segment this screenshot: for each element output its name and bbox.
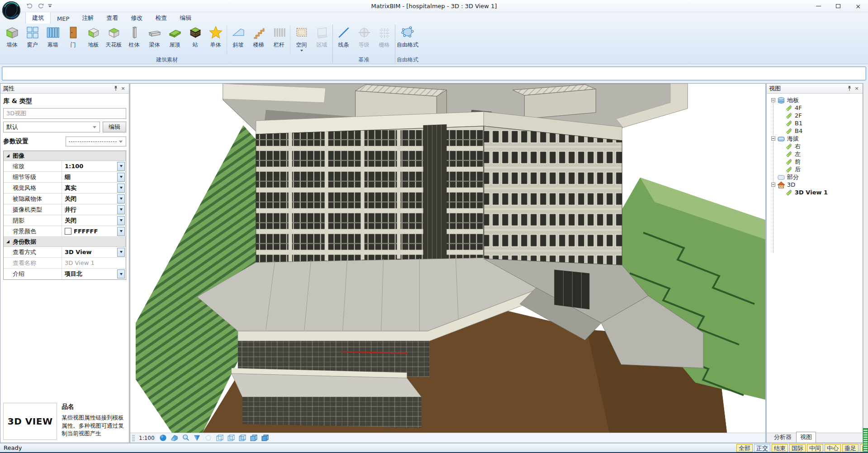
tree-leaf-front[interactable]: 前 — [767, 158, 863, 165]
property-group-image[interactable]: 图像 — [4, 151, 126, 161]
tab-annotation[interactable]: 注解 — [76, 12, 100, 24]
right-scrollbar-track[interactable] — [863, 83, 868, 443]
wire-cube-icon-1[interactable] — [215, 434, 224, 443]
close-icon[interactable]: × — [848, 0, 868, 12]
tree-expander[interactable] — [771, 183, 775, 187]
property-value[interactable]: 项目北 — [65, 270, 82, 278]
dropdown-button[interactable] — [117, 227, 125, 236]
ribbon-tool-roof[interactable]: 屋顶 — [165, 24, 185, 49]
tree-leaf-3d-view-1[interactable]: 3D View 1 — [767, 189, 863, 196]
close-panel-icon[interactable]: × — [853, 85, 860, 92]
snap-endpoint-button[interactable]: 结束 — [772, 444, 788, 452]
close-panel-icon[interactable]: × — [119, 85, 127, 92]
param-settings-selector[interactable] — [66, 137, 126, 146]
tree-leaf-2f[interactable]: 2F — [767, 112, 863, 119]
tab-architecture[interactable]: 建筑 — [25, 12, 51, 24]
scene-3d[interactable] — [130, 84, 765, 433]
dropdown-button[interactable] — [117, 216, 125, 225]
tab-mep[interactable]: MEP — [51, 14, 76, 24]
shaded-box-icon[interactable] — [170, 434, 179, 443]
ribbon-tool-floor[interactable]: 地板 — [83, 24, 104, 49]
tab-check[interactable]: 检查 — [149, 12, 173, 24]
snap-intersection-button[interactable]: 国际 — [789, 444, 806, 452]
render-sphere-icon[interactable] — [159, 434, 168, 443]
maximize-icon[interactable] — [828, 0, 848, 12]
property-value[interactable]: 3D View — [65, 249, 91, 255]
property-group-identity[interactable]: 身份数据 — [4, 237, 126, 247]
view-cone-icon[interactable] — [193, 434, 202, 443]
property-value[interactable]: 井行 — [65, 206, 76, 214]
ribbon-tool-railing[interactable]: 栏杆 — [269, 24, 289, 49]
tree-node-3d[interactable]: 3D — [767, 181, 863, 189]
tree-expander[interactable] — [771, 137, 775, 141]
color-swatch[interactable] — [65, 228, 71, 235]
pin-icon[interactable] — [846, 85, 853, 92]
dropdown-button[interactable] — [117, 269, 125, 278]
zoom-glass-icon[interactable] — [181, 434, 190, 443]
undo-icon[interactable] — [26, 3, 33, 9]
instance-selector[interactable]: 默认 — [3, 122, 100, 132]
property-value[interactable]: 关闭 — [65, 195, 76, 203]
dropdown-button[interactable] — [117, 184, 125, 193]
dropdown-button[interactable] — [117, 248, 125, 257]
wire-cube-icon-2[interactable] — [227, 434, 236, 443]
tab-view[interactable]: 查看 — [100, 12, 124, 24]
ribbon-tool-window[interactable]: 窗户 — [22, 24, 43, 49]
snap-ortho-button[interactable]: 正交 — [754, 444, 770, 452]
space-dropdown-caret-icon[interactable] — [300, 50, 303, 52]
ribbon-tool-ceiling[interactable]: 天花板 — [104, 24, 124, 49]
edit-type-button[interactable]: 编辑 — [103, 122, 126, 132]
view-scale-label[interactable]: 1:100 — [139, 435, 155, 441]
wire-cube-icon-3[interactable] — [238, 434, 247, 443]
property-value[interactable]: 1:100 — [65, 163, 83, 170]
toolbar-grip-icon[interactable] — [132, 434, 135, 442]
viewport-3d[interactable]: 1:100 — [130, 83, 766, 443]
ribbon-tool-curtain-wall[interactable]: 幕墙 — [43, 24, 63, 49]
ribbon-tool-space[interactable]: 空间 — [291, 24, 312, 52]
type-selector[interactable]: 3D视图 — [3, 108, 126, 119]
shaded-cube-icon-1[interactable] — [249, 434, 258, 443]
ribbon-tool-stair[interactable]: 楼梯 — [248, 24, 269, 49]
tree-expander[interactable] — [771, 98, 775, 102]
dropdown-button[interactable] — [117, 194, 125, 203]
property-value[interactable]: 真实 — [65, 184, 76, 192]
tab-modify[interactable]: 修改 — [124, 12, 149, 24]
property-value[interactable]: FFFFFF — [74, 228, 98, 235]
minimize-icon[interactable] — [808, 0, 828, 12]
ribbon-tool-ramp[interactable]: 斜坡 — [228, 24, 248, 49]
tab-edit[interactable]: 编辑 — [173, 12, 198, 24]
tree-leaf-4f[interactable]: 4F — [767, 104, 863, 112]
dropdown-button[interactable] — [117, 205, 125, 214]
dropdown-button[interactable] — [117, 162, 125, 171]
crystal-icon[interactable] — [204, 434, 213, 443]
app-logo-icon[interactable] — [2, 1, 21, 20]
property-value[interactable]: 关闭 — [65, 217, 76, 225]
ribbon-tool-door[interactable]: 门 — [63, 24, 83, 49]
pin-icon[interactable] — [112, 85, 119, 92]
tree-node-floors[interactable]: 地板 — [767, 96, 863, 104]
options-bar[interactable] — [2, 66, 866, 80]
tab-views[interactable]: 视图 — [796, 432, 816, 443]
tree-leaf-b4[interactable]: B4 — [767, 127, 863, 135]
tree-node-sections[interactable]: 部分 — [767, 173, 863, 181]
customize-caret-icon[interactable] — [48, 4, 52, 8]
snap-perpendicular-button[interactable]: 垂足 — [842, 444, 859, 452]
ribbon-tool-wall[interactable]: 墙体 — [2, 24, 22, 49]
ribbon-tool-column[interactable]: 柱体 — [124, 24, 144, 49]
ribbon-tool-unit[interactable]: 单体 — [205, 24, 226, 49]
snap-all-button[interactable]: 全部 — [736, 444, 753, 452]
tree-node-elevations[interactable]: 海拔 — [767, 135, 863, 142]
tree-leaf-right[interactable]: 右 — [767, 142, 863, 150]
dropdown-button[interactable] — [117, 173, 125, 182]
snap-center-button[interactable]: 中心 — [825, 444, 841, 452]
tab-analyzer[interactable]: 分析器 — [770, 432, 795, 443]
tree-leaf-b1[interactable]: B1 — [767, 119, 863, 127]
redo-icon[interactable] — [37, 3, 44, 9]
ribbon-tool-beam[interactable]: 梁体 — [144, 24, 165, 49]
snap-midpoint-button[interactable]: 中间 — [807, 444, 823, 452]
ribbon-tool-site[interactable]: 站 — [185, 24, 205, 49]
tree-leaf-back[interactable]: 后 — [767, 165, 863, 173]
scrollbar-green-thumb[interactable] — [863, 428, 868, 452]
ribbon-tool-line[interactable]: 线条 — [333, 24, 354, 49]
shaded-cube-icon-2[interactable] — [261, 434, 270, 443]
